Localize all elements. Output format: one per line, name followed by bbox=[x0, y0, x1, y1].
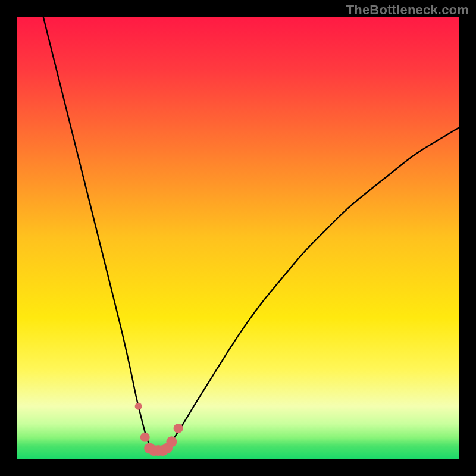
watermark-text: TheBottleneck.com bbox=[346, 2, 469, 18]
plot-area bbox=[17, 17, 459, 459]
curve-layer bbox=[17, 17, 459, 459]
bottleneck-curve bbox=[43, 17, 459, 450]
sweet-spot-marker bbox=[166, 436, 177, 447]
sweet-spot-marker bbox=[140, 433, 150, 442]
sweet-spot-marker bbox=[135, 403, 142, 410]
sweet-spot-markers bbox=[135, 403, 183, 456]
chart-frame: TheBottleneck.com bbox=[0, 0, 476, 476]
sweet-spot-marker bbox=[174, 424, 183, 433]
